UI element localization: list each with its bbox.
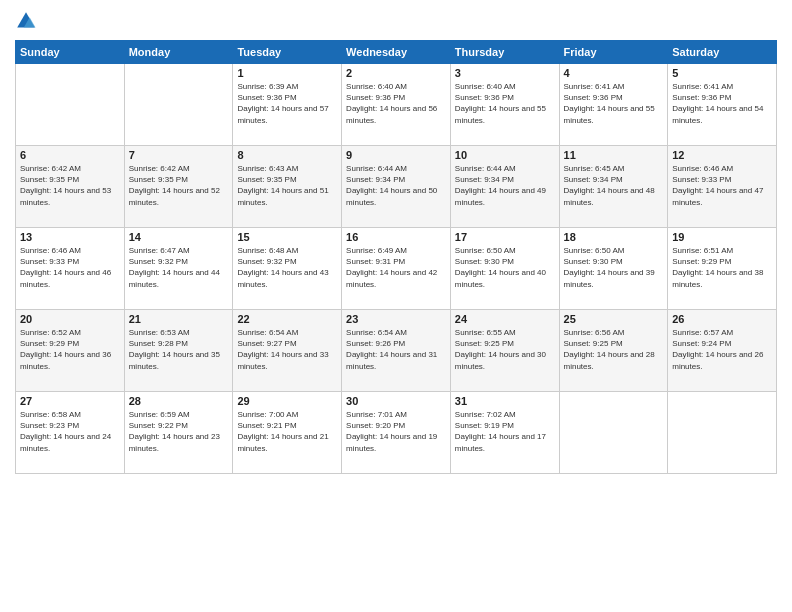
day-cell: 24Sunrise: 6:55 AM Sunset: 9:25 PM Dayli… bbox=[450, 310, 559, 392]
day-number: 30 bbox=[346, 395, 446, 407]
week-row-2: 6Sunrise: 6:42 AM Sunset: 9:35 PM Daylig… bbox=[16, 146, 777, 228]
day-number: 7 bbox=[129, 149, 229, 161]
weekday-monday: Monday bbox=[124, 41, 233, 64]
day-info: Sunrise: 6:56 AM Sunset: 9:25 PM Dayligh… bbox=[564, 327, 664, 372]
day-info: Sunrise: 6:53 AM Sunset: 9:28 PM Dayligh… bbox=[129, 327, 229, 372]
day-cell: 27Sunrise: 6:58 AM Sunset: 9:23 PM Dayli… bbox=[16, 392, 125, 474]
day-cell: 28Sunrise: 6:59 AM Sunset: 9:22 PM Dayli… bbox=[124, 392, 233, 474]
day-number: 24 bbox=[455, 313, 555, 325]
day-number: 21 bbox=[129, 313, 229, 325]
day-info: Sunrise: 7:02 AM Sunset: 9:19 PM Dayligh… bbox=[455, 409, 555, 454]
day-cell bbox=[16, 64, 125, 146]
day-info: Sunrise: 6:54 AM Sunset: 9:26 PM Dayligh… bbox=[346, 327, 446, 372]
day-info: Sunrise: 6:58 AM Sunset: 9:23 PM Dayligh… bbox=[20, 409, 120, 454]
day-info: Sunrise: 6:49 AM Sunset: 9:31 PM Dayligh… bbox=[346, 245, 446, 290]
day-number: 1 bbox=[237, 67, 337, 79]
day-cell bbox=[668, 392, 777, 474]
day-cell: 15Sunrise: 6:48 AM Sunset: 9:32 PM Dayli… bbox=[233, 228, 342, 310]
day-cell: 11Sunrise: 6:45 AM Sunset: 9:34 PM Dayli… bbox=[559, 146, 668, 228]
day-info: Sunrise: 6:41 AM Sunset: 9:36 PM Dayligh… bbox=[672, 81, 772, 126]
weekday-saturday: Saturday bbox=[668, 41, 777, 64]
day-cell: 20Sunrise: 6:52 AM Sunset: 9:29 PM Dayli… bbox=[16, 310, 125, 392]
day-cell: 4Sunrise: 6:41 AM Sunset: 9:36 PM Daylig… bbox=[559, 64, 668, 146]
day-info: Sunrise: 6:59 AM Sunset: 9:22 PM Dayligh… bbox=[129, 409, 229, 454]
day-number: 26 bbox=[672, 313, 772, 325]
day-info: Sunrise: 6:50 AM Sunset: 9:30 PM Dayligh… bbox=[564, 245, 664, 290]
day-cell: 12Sunrise: 6:46 AM Sunset: 9:33 PM Dayli… bbox=[668, 146, 777, 228]
day-info: Sunrise: 6:42 AM Sunset: 9:35 PM Dayligh… bbox=[20, 163, 120, 208]
day-info: Sunrise: 6:40 AM Sunset: 9:36 PM Dayligh… bbox=[346, 81, 446, 126]
day-info: Sunrise: 6:48 AM Sunset: 9:32 PM Dayligh… bbox=[237, 245, 337, 290]
day-cell: 8Sunrise: 6:43 AM Sunset: 9:35 PM Daylig… bbox=[233, 146, 342, 228]
day-info: Sunrise: 6:39 AM Sunset: 9:36 PM Dayligh… bbox=[237, 81, 337, 126]
day-cell bbox=[559, 392, 668, 474]
day-cell: 9Sunrise: 6:44 AM Sunset: 9:34 PM Daylig… bbox=[342, 146, 451, 228]
day-cell: 3Sunrise: 6:40 AM Sunset: 9:36 PM Daylig… bbox=[450, 64, 559, 146]
day-info: Sunrise: 6:44 AM Sunset: 9:34 PM Dayligh… bbox=[455, 163, 555, 208]
day-cell: 16Sunrise: 6:49 AM Sunset: 9:31 PM Dayli… bbox=[342, 228, 451, 310]
day-info: Sunrise: 6:43 AM Sunset: 9:35 PM Dayligh… bbox=[237, 163, 337, 208]
day-info: Sunrise: 6:44 AM Sunset: 9:34 PM Dayligh… bbox=[346, 163, 446, 208]
day-cell: 25Sunrise: 6:56 AM Sunset: 9:25 PM Dayli… bbox=[559, 310, 668, 392]
day-number: 25 bbox=[564, 313, 664, 325]
day-number: 16 bbox=[346, 231, 446, 243]
day-info: Sunrise: 6:54 AM Sunset: 9:27 PM Dayligh… bbox=[237, 327, 337, 372]
day-number: 19 bbox=[672, 231, 772, 243]
day-cell: 26Sunrise: 6:57 AM Sunset: 9:24 PM Dayli… bbox=[668, 310, 777, 392]
day-number: 14 bbox=[129, 231, 229, 243]
day-number: 10 bbox=[455, 149, 555, 161]
day-number: 2 bbox=[346, 67, 446, 79]
day-cell: 21Sunrise: 6:53 AM Sunset: 9:28 PM Dayli… bbox=[124, 310, 233, 392]
day-cell bbox=[124, 64, 233, 146]
day-cell: 13Sunrise: 6:46 AM Sunset: 9:33 PM Dayli… bbox=[16, 228, 125, 310]
day-cell: 6Sunrise: 6:42 AM Sunset: 9:35 PM Daylig… bbox=[16, 146, 125, 228]
day-number: 20 bbox=[20, 313, 120, 325]
day-number: 5 bbox=[672, 67, 772, 79]
day-cell: 18Sunrise: 6:50 AM Sunset: 9:30 PM Dayli… bbox=[559, 228, 668, 310]
day-number: 28 bbox=[129, 395, 229, 407]
day-cell: 1Sunrise: 6:39 AM Sunset: 9:36 PM Daylig… bbox=[233, 64, 342, 146]
page: SundayMondayTuesdayWednesdayThursdayFrid… bbox=[0, 0, 792, 612]
day-number: 11 bbox=[564, 149, 664, 161]
day-number: 12 bbox=[672, 149, 772, 161]
day-cell: 23Sunrise: 6:54 AM Sunset: 9:26 PM Dayli… bbox=[342, 310, 451, 392]
day-info: Sunrise: 6:40 AM Sunset: 9:36 PM Dayligh… bbox=[455, 81, 555, 126]
week-row-1: 1Sunrise: 6:39 AM Sunset: 9:36 PM Daylig… bbox=[16, 64, 777, 146]
day-cell: 30Sunrise: 7:01 AM Sunset: 9:20 PM Dayli… bbox=[342, 392, 451, 474]
day-number: 8 bbox=[237, 149, 337, 161]
weekday-friday: Friday bbox=[559, 41, 668, 64]
calendar-table: SundayMondayTuesdayWednesdayThursdayFrid… bbox=[15, 40, 777, 474]
day-info: Sunrise: 6:45 AM Sunset: 9:34 PM Dayligh… bbox=[564, 163, 664, 208]
day-info: Sunrise: 6:46 AM Sunset: 9:33 PM Dayligh… bbox=[672, 163, 772, 208]
day-info: Sunrise: 6:52 AM Sunset: 9:29 PM Dayligh… bbox=[20, 327, 120, 372]
day-number: 23 bbox=[346, 313, 446, 325]
day-cell: 2Sunrise: 6:40 AM Sunset: 9:36 PM Daylig… bbox=[342, 64, 451, 146]
day-info: Sunrise: 6:42 AM Sunset: 9:35 PM Dayligh… bbox=[129, 163, 229, 208]
weekday-wednesday: Wednesday bbox=[342, 41, 451, 64]
day-info: Sunrise: 7:00 AM Sunset: 9:21 PM Dayligh… bbox=[237, 409, 337, 454]
week-row-5: 27Sunrise: 6:58 AM Sunset: 9:23 PM Dayli… bbox=[16, 392, 777, 474]
day-number: 4 bbox=[564, 67, 664, 79]
weekday-header-row: SundayMondayTuesdayWednesdayThursdayFrid… bbox=[16, 41, 777, 64]
day-cell: 17Sunrise: 6:50 AM Sunset: 9:30 PM Dayli… bbox=[450, 228, 559, 310]
header bbox=[15, 10, 777, 32]
day-number: 18 bbox=[564, 231, 664, 243]
day-number: 27 bbox=[20, 395, 120, 407]
day-info: Sunrise: 6:55 AM Sunset: 9:25 PM Dayligh… bbox=[455, 327, 555, 372]
day-info: Sunrise: 6:41 AM Sunset: 9:36 PM Dayligh… bbox=[564, 81, 664, 126]
day-cell: 31Sunrise: 7:02 AM Sunset: 9:19 PM Dayli… bbox=[450, 392, 559, 474]
weekday-thursday: Thursday bbox=[450, 41, 559, 64]
day-info: Sunrise: 7:01 AM Sunset: 9:20 PM Dayligh… bbox=[346, 409, 446, 454]
weekday-sunday: Sunday bbox=[16, 41, 125, 64]
day-number: 13 bbox=[20, 231, 120, 243]
day-info: Sunrise: 6:47 AM Sunset: 9:32 PM Dayligh… bbox=[129, 245, 229, 290]
day-info: Sunrise: 6:46 AM Sunset: 9:33 PM Dayligh… bbox=[20, 245, 120, 290]
day-cell: 22Sunrise: 6:54 AM Sunset: 9:27 PM Dayli… bbox=[233, 310, 342, 392]
day-cell: 7Sunrise: 6:42 AM Sunset: 9:35 PM Daylig… bbox=[124, 146, 233, 228]
day-number: 22 bbox=[237, 313, 337, 325]
day-number: 31 bbox=[455, 395, 555, 407]
day-number: 17 bbox=[455, 231, 555, 243]
weekday-tuesday: Tuesday bbox=[233, 41, 342, 64]
day-number: 9 bbox=[346, 149, 446, 161]
week-row-3: 13Sunrise: 6:46 AM Sunset: 9:33 PM Dayli… bbox=[16, 228, 777, 310]
